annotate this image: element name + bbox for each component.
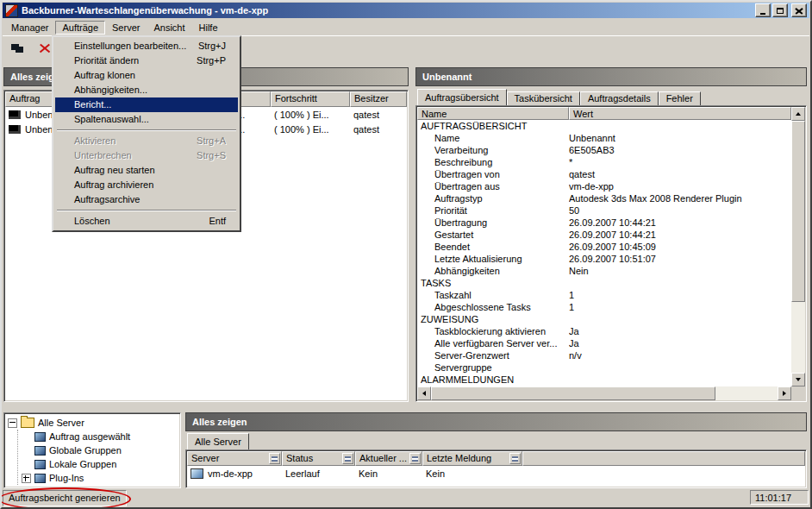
detail-row[interactable]: Abgeschlossene Tasks 1 (417, 301, 791, 313)
job-progress: ( 100% ) Ei... (271, 124, 350, 135)
detail-row[interactable]: Servergruppe (417, 361, 791, 374)
scroll-right-button[interactable] (778, 386, 791, 400)
menu-item-label: Auftrag archivieren (74, 178, 153, 192)
column-header-besitzer[interactable]: Besitzer (350, 91, 407, 107)
menu-item[interactable]: Spaltenauswahl... (55, 112, 238, 127)
collapse-expander-icon[interactable] (8, 418, 17, 428)
detail-value (569, 277, 791, 289)
column-header-server[interactable]: Server (187, 451, 282, 466)
detail-row[interactable]: Alle verfügbaren Server ver... Ja (417, 337, 791, 349)
details-tab[interactable]: Taskübersicht (507, 91, 580, 105)
detail-value: 6E505AB3 (569, 144, 791, 156)
menu-item[interactable]: Abhängigkeiten... (55, 83, 238, 97)
scroll-left-button[interactable] (417, 386, 431, 400)
detail-row[interactable]: Übertragen aus vm-de-xpp (417, 180, 791, 192)
detail-name: Taskzahl (417, 289, 569, 301)
detail-name: ZUWEISUNG (417, 313, 569, 325)
titlebar[interactable]: Backburner-Warteschlangenüberwachung - v… (3, 3, 809, 18)
menu-item[interactable] (57, 210, 236, 211)
tree-item[interactable]: Lokale Gruppen (18, 457, 178, 471)
close-button[interactable] (791, 3, 807, 17)
details-tab[interactable]: Auftragsdetails (580, 91, 659, 105)
server-status: Leerlauf (282, 468, 355, 479)
detail-value: 26.09.2007 10:44:21 (569, 229, 791, 241)
menu-item[interactable]: Auftrag archivieren (55, 178, 238, 192)
column-filter-button[interactable] (269, 453, 280, 464)
detail-row[interactable]: Taskblockierung aktivieren Ja (417, 325, 791, 337)
column-header-letzte-meldung[interactable]: Letzte Meldung (422, 451, 522, 466)
detail-row[interactable]: Beschreibung * (417, 156, 791, 168)
tree-root[interactable]: Alle Server (6, 416, 178, 430)
column-header-wert[interactable]: Wert (569, 107, 791, 120)
menubar-item[interactable]: Aufträge (55, 21, 105, 35)
detail-value (569, 374, 791, 386)
detail-row[interactable]: ALARMMELDUNGEN (417, 374, 791, 386)
detail-row[interactable]: AUFTRAGSÜBERSICHT (417, 120, 791, 132)
menu-item[interactable]: Einstellungen bearbeiten... Strg+J (55, 39, 238, 53)
menubar-item[interactable]: Server (105, 21, 147, 35)
details-tab[interactable]: Fehler (659, 91, 701, 105)
vertical-scroll-thumb[interactable] (791, 121, 805, 302)
tree-item-icon (34, 460, 46, 469)
tab-alle-server[interactable]: Alle Server (187, 433, 249, 449)
detail-name: Beendet (417, 241, 569, 253)
clock: 11:01:17 (750, 490, 809, 505)
detail-row[interactable]: Beendet 26.09.2007 10:45:09 (417, 241, 791, 253)
tree-item[interactable]: Plug-Ins (18, 471, 178, 485)
detail-row[interactable]: Verarbeitung 6E505AB3 (417, 144, 791, 156)
detail-name: Verarbeitung (417, 144, 569, 156)
menu-item[interactable]: Auftragsarchive (55, 192, 238, 207)
scroll-down-button[interactable] (791, 373, 805, 386)
maximize-icon (777, 8, 784, 14)
menu-item[interactable] (57, 129, 236, 131)
menubar-item[interactable]: Manager (4, 21, 55, 35)
menubar-item[interactable]: Ansicht (147, 21, 191, 35)
column-filter-button[interactable] (409, 453, 421, 464)
detail-value: vm-de-xpp (569, 180, 791, 192)
job-list-button[interactable] (7, 39, 28, 58)
minimize-button[interactable] (755, 3, 771, 17)
detail-row[interactable]: Server-Grenzwert n/v (417, 349, 791, 361)
arrow-right-icon (783, 391, 786, 396)
menu-item[interactable]: Unterbrechen Strg+S (55, 148, 238, 163)
menu-item[interactable]: Priorität ändern Strg+P (55, 53, 238, 68)
column-filter-button[interactable] (342, 453, 353, 464)
detail-row[interactable]: Übertragung 26.09.2007 10:44:21 (417, 217, 791, 229)
column-header-aktueller[interactable]: Aktueller ... (355, 451, 422, 466)
menu-item[interactable]: Auftrag neu starten (55, 163, 238, 178)
column-filter-button[interactable] (509, 453, 521, 464)
detail-row[interactable]: Letzte Aktualisierung 26.09.2007 10:51:0… (417, 253, 791, 265)
menu-item[interactable]: Aktivieren Strg+A (55, 134, 238, 148)
expand-expander-icon[interactable] (22, 474, 31, 483)
column-header-name[interactable]: Name (417, 107, 569, 120)
detail-row[interactable]: Auftragstyp Autodesk 3ds Max 2008 Render… (417, 192, 791, 204)
menu-item-shortcut: Strg+J (198, 39, 226, 53)
detail-row[interactable]: TASKS (417, 277, 791, 289)
menu-item[interactable]: Bericht... (55, 97, 238, 112)
server-row[interactable]: vm-de-xpp Leerlauf Kein Kein (187, 466, 805, 481)
detail-row[interactable]: Priorität 50 (417, 204, 791, 217)
column-header-fortschritt[interactable]: Fortschritt (271, 91, 350, 107)
column-header-status[interactable]: Status (282, 451, 355, 466)
detail-row[interactable]: ZUWEISUNG (417, 313, 791, 325)
status-hint-text: Auftragsbericht generieren (9, 493, 121, 503)
servers-table: Server Status Aktueller ... Letzte Meldu… (185, 449, 807, 488)
details-tab[interactable]: Auftragsübersicht (417, 89, 507, 105)
detail-row[interactable]: Gestartet 26.09.2007 10:44:21 (417, 229, 791, 241)
tree-item[interactable]: Globale Gruppen (18, 443, 178, 457)
detail-row[interactable]: Name Unbenannt (417, 132, 791, 144)
column-header-filler (522, 451, 805, 466)
maximize-button[interactable] (772, 3, 788, 17)
scroll-up-button[interactable] (791, 107, 805, 121)
menu-item[interactable]: Auftrag klonen (55, 68, 238, 83)
menubar-item[interactable]: Hilfe (192, 21, 225, 35)
detail-row[interactable]: Übertragen von qatest (417, 168, 791, 180)
vertical-scrollbar[interactable] (791, 107, 805, 386)
details-tabs: Auftragsübersicht Taskübersicht Auftrags… (415, 89, 807, 105)
horizontal-scrollbar[interactable] (417, 386, 791, 400)
tree-item[interactable]: Auftrag ausgewählt (18, 430, 178, 443)
horizontal-scroll-thumb[interactable] (431, 386, 715, 400)
detail-row[interactable]: Taskzahl 1 (417, 289, 791, 301)
detail-row[interactable]: Abhängigkeiten Nein (417, 265, 791, 277)
menu-item[interactable]: Löschen Entf (55, 214, 238, 229)
